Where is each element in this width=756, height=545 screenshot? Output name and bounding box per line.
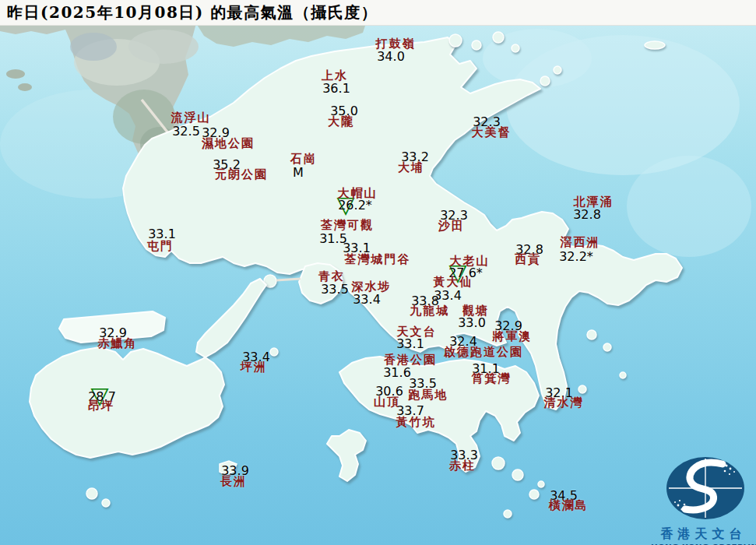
station-name: 觀塘 — [462, 304, 489, 318]
map-title: 昨日(2025年10月08日) 的最高氣溫（攝氏度） — [0, 0, 756, 26]
station-name: 石崗 — [290, 152, 317, 167]
station-name: 青衣 — [318, 269, 345, 284]
station-name: 筲箕灣 — [472, 371, 512, 386]
station-name: 滘西洲 — [561, 235, 600, 250]
station-name: 大帽山 — [338, 186, 378, 201]
station-name: 深水埗 — [352, 280, 392, 294]
station-name: 西貢 — [515, 252, 541, 267]
station-name: 昂坪 — [88, 399, 114, 413]
station-name: 跑馬地 — [409, 388, 448, 403]
station-name: 上水 — [322, 69, 348, 83]
station-name: 赤鱲角 — [98, 336, 138, 351]
logo-chinese-name: 香港天文台 — [651, 526, 756, 543]
station-value: 32.2* — [559, 249, 593, 264]
station-name: 坪洲 — [241, 360, 267, 374]
station-name: 將軍澳 — [493, 329, 533, 344]
station-name: 大埔 — [398, 160, 424, 175]
station-name: 香港公園 — [384, 353, 437, 367]
station-name: 天文台 — [397, 325, 437, 339]
station-name: 赤柱 — [449, 459, 476, 473]
station-name: 荃灣城門谷 — [345, 252, 411, 267]
station-name: 清水灣 — [544, 396, 584, 410]
station-name: 大美督 — [472, 125, 512, 140]
station-name: 橫瀾島 — [549, 498, 589, 513]
station-name: 濕地公園 — [202, 136, 255, 151]
station-name: 沙田 — [438, 219, 465, 234]
station-name: 大隴 — [328, 114, 354, 129]
station-name: 九龍城 — [410, 304, 450, 318]
station-name: 打鼓嶺 — [376, 37, 416, 51]
station-value: 32.5 — [172, 124, 200, 139]
station-name: 黃竹坑 — [396, 415, 436, 430]
hko-logo: 香港天文台 HONG KONG OBSERVATORY — [651, 453, 756, 545]
station-name: 元朗公園 — [215, 167, 268, 182]
station-labels-layer: 34.0打鼓嶺36.1上水35.0大隴32.5流浮山32.9濕地公園35.2元朗… — [0, 0, 756, 545]
station-name: 荃灣可觀 — [321, 218, 374, 233]
station-name: 大老山 — [450, 254, 490, 269]
station-name: 長洲 — [220, 474, 247, 489]
station-value: M — [293, 165, 304, 180]
hko-logo-emblem — [651, 453, 756, 522]
station-name: 北潭涌 — [574, 195, 614, 209]
hko-max-temperature-map: 34.0打鼓嶺36.1上水35.0大隴32.5流浮山32.9濕地公園35.2元朗… — [0, 0, 756, 545]
station-name: 屯門 — [147, 239, 174, 254]
station-name: 流浮山 — [171, 111, 211, 125]
station-name: 黃大仙 — [434, 275, 473, 290]
station-name: 啟德跑道公園 — [444, 345, 523, 360]
